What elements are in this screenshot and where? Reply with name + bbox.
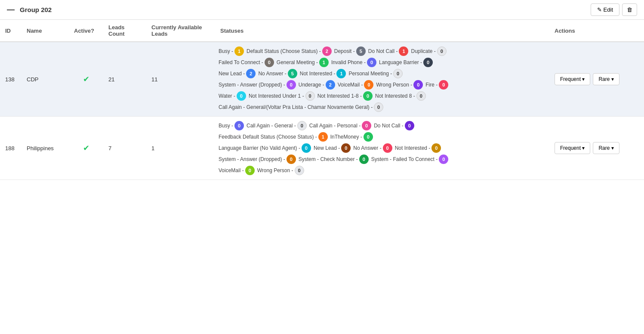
cell-id: 138 — [0, 42, 22, 117]
status-label: System - Check Number - — [299, 156, 358, 162]
col-name: Name — [22, 20, 69, 42]
status-badge: 0 — [431, 143, 441, 153]
status-item: System - Answer (Dropped) - 0 — [219, 80, 296, 90]
delete-button[interactable]: 🗑 — [622, 3, 637, 16]
status-badge: 0 — [363, 91, 373, 101]
collapse-icon[interactable]: — — [7, 5, 15, 14]
status-item: Personal Meeting - 0 — [348, 69, 403, 78]
status-item: Not Interested 8 - 0 — [375, 91, 426, 101]
cell-name: Philippines — [22, 117, 69, 180]
status-label: Call Again - General - — [247, 123, 296, 129]
status-badge: 0 — [305, 91, 315, 101]
status-badge: 0 — [413, 80, 423, 90]
status-item: Invalid Phone - 0 — [331, 58, 376, 67]
page-title: Group 202 — [20, 6, 52, 13]
col-statuses: Statuses — [215, 20, 549, 42]
header-bar: — Group 202 ✎ Edit 🗑 — [0, 0, 644, 20]
status-badge: 0 — [383, 143, 392, 153]
status-badge: 5 — [356, 46, 366, 56]
status-item: Language Barrier (No Valid Agent) - 0 — [219, 143, 311, 153]
status-item: System - Answer (Dropped) - 0 — [219, 155, 296, 164]
col-id: ID — [0, 20, 22, 42]
status-label: Wrong Person - — [376, 82, 412, 88]
status-item: VoiceMail - 0 — [219, 166, 255, 175]
status-badge: 0 — [341, 143, 351, 153]
cell-name: CDP — [22, 42, 69, 117]
status-label: Not Interested - — [300, 71, 336, 77]
status-badge: 0 — [237, 91, 246, 101]
status-label: System - Failed To Connect - — [371, 156, 438, 162]
table-header: ID Name Active? Leads Count Currently Av… — [0, 20, 644, 42]
edit-button[interactable]: ✎ Edit — [591, 3, 619, 16]
status-label: Failed To Connect - — [219, 59, 263, 65]
col-actions: Actions — [549, 20, 644, 42]
status-badge: 0 — [359, 155, 369, 164]
status-item: System - Failed To Connect - 0 — [371, 155, 449, 164]
status-item: New Lead - 2 — [219, 69, 256, 78]
status-item: Wrong Person - 0 — [257, 166, 304, 175]
rare-button[interactable]: Rare ▾ — [593, 142, 619, 154]
status-label: InTheMoney - — [330, 134, 362, 140]
status-label: Deposit - — [334, 48, 355, 54]
status-badge: 0 — [367, 58, 376, 67]
col-available-leads: Currently Available Leads — [146, 20, 215, 42]
status-item: Duplicate - 0 — [411, 46, 446, 56]
rare-button[interactable]: Rare ▾ — [593, 73, 619, 85]
table-body: 138CDP✔2111Busy - 1Default Status (Choos… — [0, 42, 644, 180]
action-buttons: Frequent ▾Rare ▾ — [555, 142, 639, 154]
status-item: Fire - 0 — [425, 80, 448, 90]
status-badge: 1 — [318, 132, 328, 142]
cell-actions: Frequent ▾Rare ▾ — [549, 117, 644, 180]
active-check-icon: ✔ — [83, 144, 89, 152]
frequent-button[interactable]: Frequent ▾ — [555, 73, 590, 85]
status-badge: 0 — [234, 121, 244, 130]
statuses-grid: Busy - 0Call Again - General - 0Call Aga… — [219, 121, 459, 175]
status-label: Call Again - General/(Voltar Pra Lista -… — [219, 104, 373, 110]
status-label: Busy - — [219, 48, 233, 54]
status-item: Busy - 0 — [219, 121, 244, 130]
col-leads-count: Leads Count — [103, 20, 146, 42]
status-item: Not Interested - 0 — [395, 143, 441, 153]
status-badge: 0 — [364, 132, 373, 142]
status-item: No Answer - 5 — [258, 69, 297, 78]
status-label: Do Not Call - — [368, 48, 398, 54]
status-item: Call Again - Personal - 0 — [309, 121, 371, 130]
status-item: VoiceMail - 0 — [338, 80, 374, 90]
frequent-button[interactable]: Frequent ▾ — [555, 142, 590, 154]
status-badge: 5 — [288, 69, 297, 78]
active-check-icon: ✔ — [83, 75, 89, 84]
status-label: New Lead - — [314, 145, 340, 151]
table-row: 138CDP✔2111Busy - 1Default Status (Choos… — [0, 42, 644, 117]
status-label: Language Barrier - — [379, 59, 422, 65]
status-label: Wrong Person - — [257, 167, 293, 173]
status-label: Not Interested Under 1 - — [249, 93, 304, 99]
status-label: Default Status (Choose Status) - — [247, 48, 321, 54]
status-item: Deposit - 5 — [334, 46, 366, 56]
status-label: Duplicate - — [411, 48, 435, 54]
status-badge: 1 — [319, 58, 329, 67]
cell-statuses: Busy - 1Default Status (Choose Status) -… — [215, 42, 549, 117]
status-item: No Answer - 0 — [353, 143, 392, 153]
status-item: Do Not Call - 0 — [374, 121, 414, 130]
status-label: General Meeting - — [277, 59, 318, 65]
col-active: Active? — [69, 20, 103, 42]
status-label: Personal Meeting - — [348, 71, 392, 77]
status-label: Water - — [219, 93, 235, 99]
status-label: System - Answer (Dropped) - — [219, 156, 285, 162]
cell-active: ✔ — [69, 117, 103, 180]
status-badge: 0 — [297, 121, 307, 130]
status-label: Do Not Call - — [374, 123, 404, 129]
cell-statuses: Busy - 0Call Again - General - 0Call Aga… — [215, 117, 549, 180]
status-badge: 0 — [393, 69, 403, 78]
status-badge: 1 — [336, 69, 346, 78]
status-badge: 0 — [302, 143, 311, 153]
status-badge: 0 — [245, 166, 255, 175]
status-item: Water - 0 — [219, 91, 246, 101]
status-label: Fire - — [425, 82, 438, 88]
cell-id: 188 — [0, 117, 22, 180]
status-item: InTheMoney - 0 — [330, 132, 373, 142]
status-badge: 0 — [423, 58, 433, 67]
status-label: VoiceMail - — [338, 82, 363, 88]
status-badge: 2 — [326, 80, 335, 90]
status-badge: 0 — [437, 46, 447, 56]
